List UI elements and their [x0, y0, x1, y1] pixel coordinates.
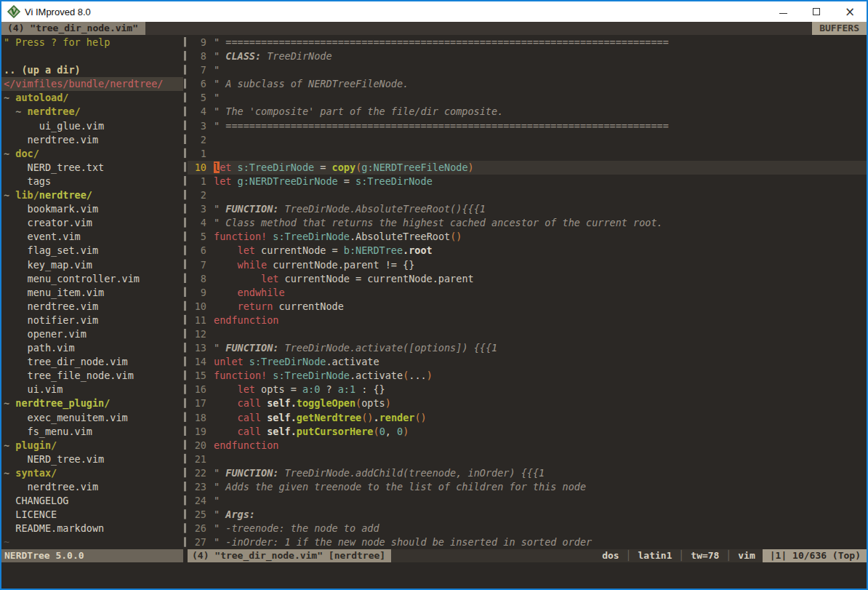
tree-item[interactable]: menu_controller.vim [1, 272, 183, 286]
code-line[interactable]: 27" -inOrder: 1 if the new node should b… [188, 535, 867, 549]
code-line[interactable]: 8" CLASS: TreeDirNode [188, 49, 867, 63]
line-number: 5 [188, 91, 206, 105]
tree-item[interactable]: NERD_tree.txt [1, 161, 183, 175]
close-button[interactable]: × [833, 1, 867, 22]
code-line-current[interactable]: 10let s:TreeDirNode = copy(g:NERDTreeFil… [188, 161, 867, 175]
token-p: ( [355, 397, 361, 409]
code-line[interactable]: 21 [188, 453, 867, 466]
tree-item[interactable]: ~ doc/ [1, 147, 183, 161]
tree-item[interactable]: creator.vim [1, 216, 183, 230]
code-line[interactable]: 3" =====================================… [188, 119, 867, 133]
token-file: opener.vim [28, 328, 87, 340]
code-line[interactable]: 23" Adds the given treenode to the list … [188, 480, 867, 494]
token-i: 0 [397, 426, 403, 437]
code-line[interactable]: 6 let currentNode = b:NERDTree.root [188, 244, 867, 258]
tree-item[interactable]: exec_menuitem.vim [1, 411, 183, 425]
tree-item[interactable]: ui.vim [1, 383, 183, 396]
tab-active-buffer[interactable]: (4) "tree_dir_node.vim" [1, 22, 145, 35]
tree-item[interactable]: ui_glue.vim [1, 119, 183, 133]
code-line[interactable]: 22" FUNCTION: TreeDirNode.addChild(treen… [188, 466, 867, 480]
code-line[interactable]: 2 [188, 133, 867, 147]
tree-item[interactable]: nerdtree.vim [1, 133, 183, 147]
tree-item[interactable]: " Press ? for help [1, 36, 183, 49]
token-file: NERD_tree.vim [28, 453, 105, 465]
tree-item[interactable]: key_map.vim [1, 258, 183, 272]
code-line[interactable]: 15function! s:TreeDirNode.activate(...) [188, 369, 867, 383]
code-text: function! s:TreeDirNode.activate(...) [214, 369, 867, 383]
tree-item[interactable]: tree_file_node.vim [1, 369, 183, 383]
code-line[interactable]: 25" Args: [188, 508, 867, 522]
code-line[interactable]: 14unlet s:TreeDirNode.activate [188, 355, 867, 369]
info-item: tw=78 [691, 549, 719, 562]
code-line[interactable]: 4" The 'composite' part of the file/dir … [188, 105, 867, 119]
tree-item[interactable]: tree_dir_node.vim [1, 355, 183, 369]
token-c: " [214, 64, 220, 76]
token-up: .. (up a dir) [4, 64, 81, 76]
code-line[interactable]: 5function! s:TreeDirNode.AbsoluteTreeRoo… [188, 230, 867, 244]
code-text: endwhile [214, 286, 867, 300]
tree-item[interactable]: tags [1, 175, 183, 188]
tree-item[interactable]: CHANGELOG [1, 494, 183, 508]
code-line[interactable]: 26" -treenode: the node to add [188, 522, 867, 535]
tree-item[interactable]: ~ [1, 535, 183, 549]
tree-item[interactable]: nerdtree.vim [1, 480, 183, 494]
tree-item[interactable]: ~ syntax/ [1, 466, 183, 480]
token-t: : {} [355, 383, 385, 395]
tree-item[interactable]: menu_item.vim [1, 286, 183, 300]
tree-item[interactable]: bookmark.vim [1, 202, 183, 216]
code-line[interactable]: 9 endwhile [188, 286, 867, 300]
tree-item[interactable]: notifier.vim [1, 314, 183, 327]
code-line[interactable]: 1let g:NERDTreeDirNode = s:TreeDirNode [188, 175, 867, 188]
code-line[interactable]: 1 [188, 147, 867, 161]
tree-item[interactable]: ~ nerdtree/ [1, 105, 183, 119]
code-line[interactable]: 11endfunction [188, 314, 867, 327]
nerdtree-status-segment: NERDTree 5.0.0 [1, 549, 183, 562]
code-line[interactable]: 4" Class method that returns the highest… [188, 216, 867, 230]
tree-item[interactable]: README.markdown [1, 522, 183, 535]
code-line[interactable]: 9" =====================================… [188, 36, 867, 49]
minimize-button[interactable] [766, 1, 800, 22]
tree-item[interactable]: LICENCE [1, 508, 183, 522]
tree-item[interactable]: ~ lib/nerdtree/ [1, 188, 183, 202]
code-line[interactable]: 20endfunction [188, 439, 867, 453]
tree-item[interactable]: opener.vim [1, 327, 183, 341]
code-line[interactable]: 17 call self.toggleOpen(opts) [188, 396, 867, 410]
code-line[interactable]: 2 [188, 188, 867, 202]
tree-item[interactable]: event.vim [1, 230, 183, 244]
code-line[interactable]: 10 return currentNode [188, 300, 867, 314]
command-line[interactable] [1, 562, 867, 589]
code-line[interactable]: 24" [188, 494, 867, 508]
tree-item[interactable]: flag_set.vim [1, 244, 183, 258]
token-sp [4, 273, 28, 284]
tree-item[interactable]: fs_menu.vim [1, 425, 183, 439]
token-file: ui.vim [28, 383, 63, 395]
code-line[interactable]: 3" FUNCTION: TreeDirNode.AbsoluteTreeRoo… [188, 202, 867, 216]
tab-bar: (4) "tree_dir_node.vim" BUFFERS [1, 22, 867, 35]
token-sb: . [373, 412, 379, 423]
code-line[interactable]: 6" A subclass of NERDTreeFileNode. [188, 77, 867, 91]
tree-item[interactable]: .. (up a dir) [1, 63, 183, 77]
tree-item[interactable]: ~ autoload/ [1, 91, 183, 105]
tree-item[interactable] [1, 49, 183, 63]
maximize-button[interactable] [800, 1, 833, 22]
tree-item[interactable]: path.vim [1, 341, 183, 355]
tree-item[interactable]: ~ plugin/ [1, 439, 183, 453]
tree-item[interactable]: NERD_tree.vim [1, 453, 183, 466]
tree-item[interactable]: nerdtree.vim [1, 300, 183, 314]
code-line[interactable]: 18 call self.getNerdtree().render() [188, 411, 867, 425]
token-file: creator.vim [28, 217, 92, 228]
code-line[interactable]: 7 while currentNode.parent != {} [188, 258, 867, 272]
code-line[interactable]: 12 [188, 327, 867, 341]
code-line[interactable]: 16 let opts = a:0 ? a:1 : {} [188, 383, 867, 396]
code-line[interactable]: 8 let currentNode = currentNode.parent [188, 272, 867, 286]
tree-root-item[interactable]: </vimfiles/bundle/nerdtree/ [1, 77, 183, 91]
code-line[interactable]: 13" FUNCTION: TreeDirNode.activate([opti… [188, 341, 867, 355]
token-t: currentNode = [255, 244, 344, 256]
token-t [214, 412, 238, 423]
code-line[interactable]: 7" [188, 63, 867, 77]
tree-item[interactable]: ~ nerdtree_plugin/ [1, 396, 183, 410]
code-text: " FUNCTION: TreeDirNode.AbsoluteTreeRoot… [214, 202, 867, 216]
code-line[interactable]: 5" [188, 91, 867, 105]
buffers-tab[interactable]: BUFFERS [812, 22, 867, 35]
code-line[interactable]: 19 call self.putCursorHere(0, 0) [188, 425, 867, 439]
